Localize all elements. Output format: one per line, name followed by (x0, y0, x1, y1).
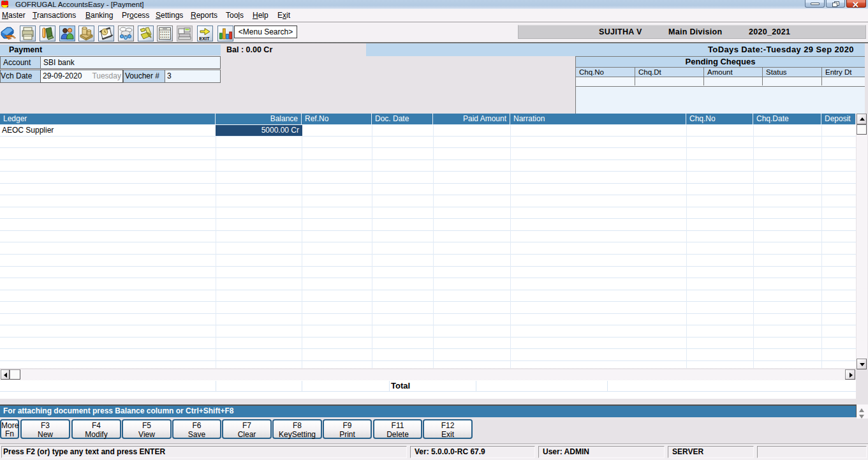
svg-text:EXIT: EXIT (199, 36, 210, 41)
svg-text:×××××: ××××× (160, 35, 170, 39)
